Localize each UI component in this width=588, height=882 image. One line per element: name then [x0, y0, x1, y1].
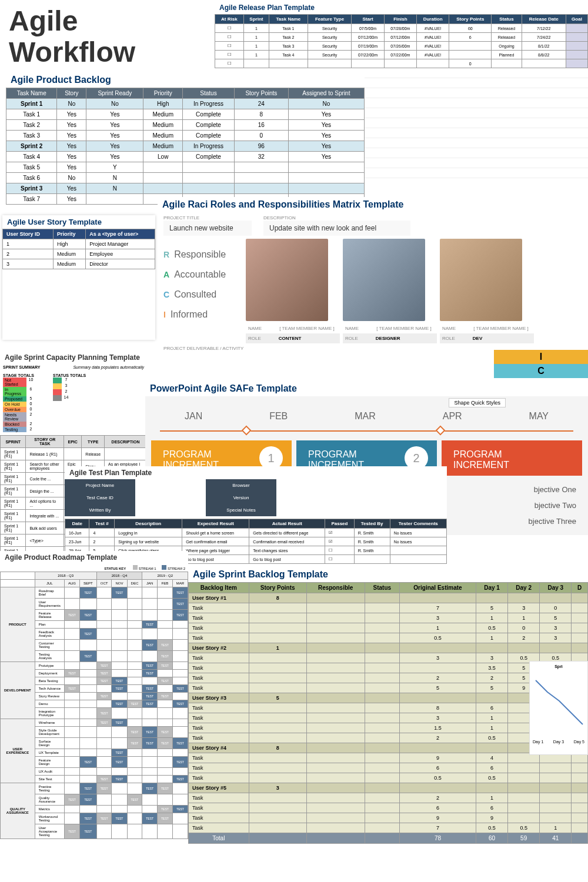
backlog-title: Agile Product Backlog — [6, 72, 365, 88]
roadmap-title: Agile Product Roadmap Template — [0, 551, 188, 564]
quick-styles-tooltip: Shape Quick Styles — [449, 398, 506, 407]
sprint-backlog-section: Agile Sprint Backlog Template Backlog It… — [188, 567, 588, 844]
summary-note: Summary data populates automatically — [73, 365, 144, 369]
capacity-title: Agile Sprint Capacity Planning Template — [0, 351, 147, 364]
proj-title-value: Launch new website — [163, 220, 252, 236]
roadmap-section: Agile Product Roadmap Template STATUS KE… — [0, 551, 188, 839]
raci-badge-i: I — [494, 350, 588, 364]
roadmap-table: 2018 - Q32018 - Q42019 - Q2 JULAUGSEPTOC… — [0, 572, 188, 839]
status-totals-label: STATUS TOTALS — [53, 373, 86, 377]
test-title: Agile Test Plan Template — [65, 466, 447, 479]
stream1-label: STREAM 1 — [139, 567, 156, 570]
release-table: At RiskSprintTask NameFeature TypeStartF… — [215, 14, 588, 68]
status-key-label: STATUS KEY — [104, 567, 126, 570]
release-title: Agile Release Plan Template — [215, 1, 588, 14]
burndown-chart: Spri Day 1Day 3Day 5 — [529, 661, 588, 755]
raci-title: Agile Raci Roles and Responsibilities Ma… — [158, 197, 588, 212]
raci-section: Agile Raci Roles and Responsibilities Ma… — [158, 197, 588, 353]
sprint-summary-label: SPRINT SUMMARY — [3, 365, 41, 369]
stage-totals-label: STAGE TOTALS — [3, 373, 35, 377]
backlog-table: Task NameStorySprint ReadyPriorityStatus… — [6, 88, 365, 205]
user-story-table: User Story IDPriorityAs a <type of user>… — [2, 229, 155, 269]
safe-title: PowerPoint Agile SAFe Template — [145, 381, 588, 396]
desc-value: Update site with new look and feel — [263, 220, 410, 236]
user-story-section: Agile User Story Template User Story IDP… — [2, 215, 155, 340]
raci-badge-c: C — [494, 364, 588, 378]
desc-label: DESCRIPTION — [263, 215, 410, 220]
proj-title-label: PROJECT TITLE — [163, 215, 252, 220]
test-section: Agile Test Plan Template Project NameTes… — [65, 466, 447, 564]
backlog-section: Agile Product Backlog Task NameStorySpri… — [6, 72, 365, 205]
sprint-backlog-table: Backlog ItemStory PointsResponsibleStatu… — [188, 582, 588, 844]
stream2-label: STREAM 2 — [168, 567, 185, 570]
user-story-title: Agile User Story Template — [2, 215, 155, 229]
sprint-backlog-title: Agile Sprint Backlog Template — [188, 567, 588, 582]
